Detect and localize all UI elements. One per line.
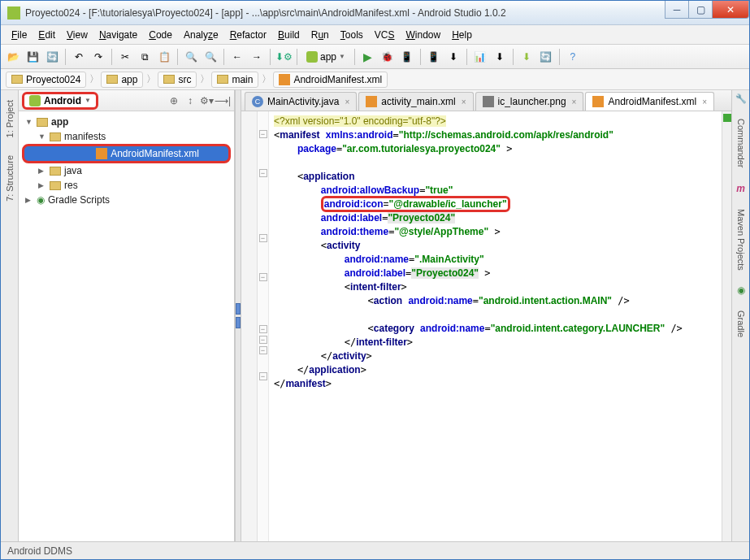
window-title: Proyecto024 - [F:\tutorialesya\Proyecto0…: [25, 7, 665, 19]
folder-icon: [217, 75, 228, 84]
right-tab-gradle[interactable]: Gradle: [735, 304, 748, 344]
folder-icon: [50, 181, 61, 190]
crumb-src[interactable]: src: [158, 72, 197, 88]
close-tab-icon[interactable]: ×: [572, 98, 577, 106]
monitor-icon[interactable]: 📊: [471, 48, 489, 66]
avd-icon[interactable]: 📱: [425, 48, 443, 66]
menu-edit[interactable]: Edit: [33, 28, 61, 42]
splitter-handle[interactable]: [235, 90, 241, 541]
crumb-project[interactable]: Proyecto024: [6, 72, 86, 88]
xml-icon: [366, 96, 377, 107]
run-icon[interactable]: ▶: [359, 48, 377, 66]
crumb-main[interactable]: main: [211, 72, 258, 88]
main-toolbar: 📂 💾 🔄 ↶ ↷ ✂ ⧉ 📋 🔍 🔍 ← → ⬇⚙ app ▼ ▶ 🐞 📱 📱…: [1, 45, 749, 69]
sdk-icon[interactable]: ⬇: [444, 48, 462, 66]
tree-node-res[interactable]: ▶res: [20, 178, 232, 193]
tree-node-gradle[interactable]: ▶◉Gradle Scripts: [20, 193, 232, 207]
project-view-selector[interactable]: Android ▼: [22, 92, 98, 110]
folder-icon: [50, 167, 61, 176]
left-tool-strip: 1: Project 7: Structure: [1, 90, 19, 541]
menu-help[interactable]: Help: [446, 28, 478, 42]
copy-icon[interactable]: ⧉: [136, 48, 154, 66]
forward-icon[interactable]: →: [248, 48, 266, 66]
menu-code[interactable]: Code: [143, 28, 178, 42]
editor-tab-manifest[interactable]: AndroidManifest.xml×: [585, 92, 714, 111]
structure-icon[interactable]: ⬇: [518, 48, 535, 66]
save-icon[interactable]: 💾: [24, 48, 41, 66]
scroll-to-icon[interactable]: ⊕: [167, 93, 181, 108]
undo-icon[interactable]: ↶: [70, 48, 88, 66]
hide-icon[interactable]: ⟶|: [215, 93, 230, 108]
paste-icon[interactable]: 📋: [155, 48, 173, 66]
make-icon[interactable]: ⬇⚙: [275, 48, 293, 66]
sync-gradle-icon[interactable]: 🔄: [537, 48, 555, 66]
sync-icon[interactable]: 🔄: [43, 48, 61, 66]
gradle-icon: ◉: [37, 194, 45, 206]
right-tool-strip: 🔧 Commander m Maven Projects ◉ Gradle: [731, 90, 749, 541]
cut-icon[interactable]: ✂: [116, 48, 134, 66]
replace-icon[interactable]: 🔍: [202, 48, 219, 66]
right-tab-maven[interactable]: Maven Projects: [735, 202, 748, 277]
menu-refactor[interactable]: Refactor: [224, 28, 272, 42]
tree-node-java[interactable]: ▶java: [20, 163, 232, 178]
left-tab-structure[interactable]: 7: Structure: [3, 149, 16, 208]
close-button[interactable]: ✕: [712, 1, 749, 19]
close-tab-icon[interactable]: ×: [702, 98, 707, 106]
editor-tab-activitymain[interactable]: activity_main.xml×: [358, 92, 473, 111]
collapse-icon[interactable]: ↕: [183, 93, 197, 108]
status-bar: Android DDMS: [1, 541, 749, 559]
image-icon: [483, 96, 494, 107]
debug-icon[interactable]: 🐞: [379, 48, 397, 66]
find-icon[interactable]: 🔍: [182, 48, 200, 66]
menu-view[interactable]: View: [61, 28, 93, 42]
menu-run[interactable]: Run: [306, 28, 335, 42]
menu-navigate[interactable]: Navigate: [93, 28, 143, 42]
gear-icon[interactable]: ⚙▾: [199, 93, 214, 108]
crumb-file[interactable]: AndroidManifest.xml: [273, 72, 388, 88]
close-tab-icon[interactable]: ×: [462, 98, 466, 106]
open-icon[interactable]: 📂: [4, 48, 22, 66]
status-ok-icon: [723, 114, 731, 122]
tree-node-app[interactable]: ▼app: [20, 115, 232, 129]
project-tree[interactable]: ▼app ▼manifests AndroidManifest.xml ▶jav…: [19, 111, 234, 541]
menu-analyze[interactable]: Analyze: [178, 28, 224, 42]
fold-gutter[interactable]: − − − − − − − −: [258, 111, 269, 541]
attach-icon[interactable]: 📱: [398, 48, 416, 66]
folder-icon: [163, 75, 175, 84]
project-tool-window: Android ▼ ⊕ ↕ ⚙▾ ⟶| ▼app ▼manifests Andr…: [19, 90, 235, 541]
window-titlebar: Proyecto024 - [F:\tutorialesya\Proyecto0…: [1, 1, 749, 25]
menu-file[interactable]: FFileile: [6, 28, 33, 42]
editor-tab-iclauncher[interactable]: ic_launcher.png×: [475, 92, 584, 111]
menu-build[interactable]: Build: [272, 28, 306, 42]
folder-icon: [106, 75, 118, 84]
left-tab-project[interactable]: 1: Project: [3, 93, 16, 144]
menu-tools[interactable]: Tools: [335, 28, 369, 42]
xml-icon: [96, 148, 107, 159]
module-label: app: [320, 51, 336, 63]
folder-icon: [11, 75, 23, 84]
close-tab-icon[interactable]: ×: [345, 98, 349, 106]
project-view-label: Android: [44, 95, 81, 106]
editor-area: CMainActivity.java× activity_main.xml× i…: [241, 90, 731, 541]
status-text[interactable]: Android DDMS: [7, 545, 72, 557]
tree-node-manifest-file[interactable]: AndroidManifest.xml: [22, 144, 231, 163]
maximize-button[interactable]: ▢: [688, 1, 713, 19]
xml-icon: [592, 96, 604, 107]
android-icon: [29, 95, 41, 106]
tree-node-manifests[interactable]: ▼manifests: [20, 129, 232, 144]
crumb-app[interactable]: app: [101, 72, 143, 88]
back-icon[interactable]: ←: [228, 48, 246, 66]
ddms-icon[interactable]: ⬇: [491, 48, 509, 66]
line-gutter[interactable]: [241, 111, 258, 541]
run-config-selector[interactable]: app ▼: [301, 50, 350, 64]
redo-icon[interactable]: ↷: [89, 48, 107, 66]
code-editor[interactable]: <?xml version="1.0" encoding="utf-8"?> <…: [269, 111, 722, 541]
error-stripe[interactable]: [722, 111, 731, 541]
menu-window[interactable]: Window: [400, 28, 446, 42]
editor-tab-mainactivity[interactable]: CMainActivity.java×: [245, 92, 357, 111]
minimize-button[interactable]: ─: [665, 1, 689, 19]
menu-vcs[interactable]: VCS: [369, 28, 401, 42]
module-icon: [37, 118, 48, 127]
right-tab-commander[interactable]: Commander: [735, 112, 748, 175]
help-icon[interactable]: ?: [564, 48, 582, 66]
